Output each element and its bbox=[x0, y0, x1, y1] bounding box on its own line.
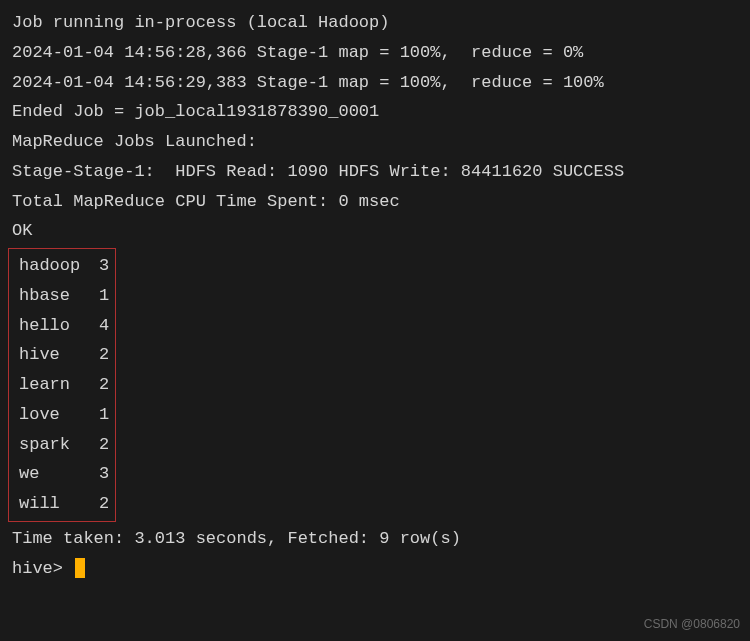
watermark: CSDN @0806820 bbox=[644, 614, 740, 635]
result-key: hbase bbox=[19, 281, 99, 311]
result-key: will bbox=[19, 489, 99, 519]
log-ok: OK bbox=[12, 216, 738, 246]
table-row: learn2 bbox=[19, 370, 109, 400]
result-value: 2 bbox=[99, 494, 109, 513]
result-table: hadoop3 hbase1 hello4 hive2 learn2 love1… bbox=[8, 248, 116, 522]
log-stage-progress-1: 2024-01-04 14:56:28,366 Stage-1 map = 10… bbox=[12, 38, 738, 68]
table-row: love1 bbox=[19, 400, 109, 430]
log-stage-progress-2: 2024-01-04 14:56:29,383 Stage-1 map = 10… bbox=[12, 68, 738, 98]
table-row: hello4 bbox=[19, 311, 109, 341]
result-key: spark bbox=[19, 430, 99, 460]
result-value: 1 bbox=[99, 286, 109, 305]
result-value: 3 bbox=[99, 256, 109, 275]
prompt-line[interactable]: hive> bbox=[12, 554, 738, 584]
result-value: 4 bbox=[99, 316, 109, 335]
log-jobs-launched: MapReduce Jobs Launched: bbox=[12, 127, 738, 157]
result-value: 2 bbox=[99, 435, 109, 454]
result-value: 3 bbox=[99, 464, 109, 483]
log-ended-job: Ended Job = job_local1931878390_0001 bbox=[12, 97, 738, 127]
result-key: hive bbox=[19, 340, 99, 370]
table-row: spark2 bbox=[19, 430, 109, 460]
table-row: we3 bbox=[19, 459, 109, 489]
result-key: love bbox=[19, 400, 99, 430]
result-value: 1 bbox=[99, 405, 109, 424]
log-cpu-time: Total MapReduce CPU Time Spent: 0 msec bbox=[12, 187, 738, 217]
table-row: will2 bbox=[19, 489, 109, 519]
result-key: hello bbox=[19, 311, 99, 341]
result-key: we bbox=[19, 459, 99, 489]
hive-prompt: hive> bbox=[12, 559, 73, 578]
log-job-running: Job running in-process (local Hadoop) bbox=[12, 8, 738, 38]
cursor-icon bbox=[75, 558, 85, 578]
log-time-taken: Time taken: 3.013 seconds, Fetched: 9 ro… bbox=[12, 524, 738, 554]
result-key: hadoop bbox=[19, 251, 99, 281]
result-value: 2 bbox=[99, 375, 109, 394]
table-row: hbase1 bbox=[19, 281, 109, 311]
result-value: 2 bbox=[99, 345, 109, 364]
table-row: hadoop3 bbox=[19, 251, 109, 281]
log-stage-summary: Stage-Stage-1: HDFS Read: 1090 HDFS Writ… bbox=[12, 157, 738, 187]
result-key: learn bbox=[19, 370, 99, 400]
table-row: hive2 bbox=[19, 340, 109, 370]
